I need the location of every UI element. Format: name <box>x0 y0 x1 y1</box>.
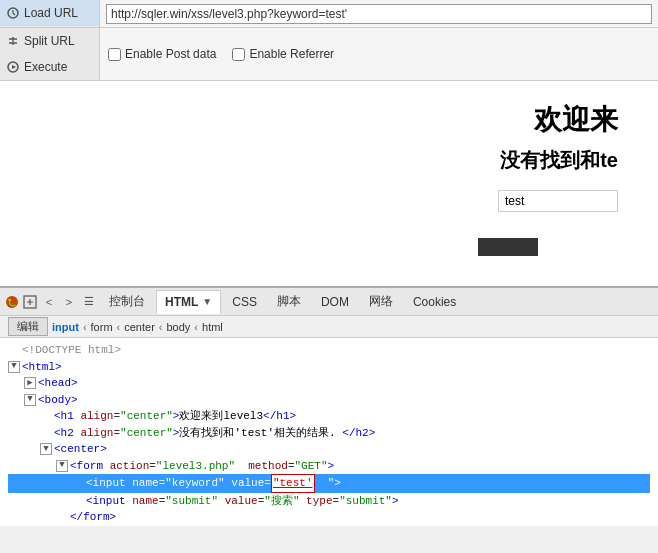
svg-text:🐛: 🐛 <box>7 297 17 307</box>
execute-icon <box>6 60 20 74</box>
source-form: ▼ <form action="level3.php" method="GET"… <box>8 458 650 475</box>
source-center-open: ▼ <center> <box>8 441 650 458</box>
enable-post-data-label[interactable]: Enable Post data <box>108 47 216 61</box>
enable-referrer-checkbox[interactable] <box>232 48 245 61</box>
url-input[interactable] <box>106 4 652 24</box>
toggle-center[interactable]: ▼ <box>40 443 52 455</box>
dark-bar <box>478 238 538 256</box>
toolbar-row1: Load URL <box>0 0 658 28</box>
devtools-forward-btn[interactable]: > <box>60 293 78 311</box>
source-h1: <h1 align="center" >欢迎来到level3</h1> <box>8 408 650 425</box>
tab-console[interactable]: 控制台 <box>100 290 154 314</box>
toggle-head[interactable]: ▶ <box>24 377 36 389</box>
toolbar2-options: Enable Post data Enable Referrer <box>100 28 342 80</box>
devtools-firebug-icon[interactable]: 🐛 <box>4 294 20 310</box>
devtools-list-btn[interactable]: ☰ <box>80 293 98 311</box>
source-form-close: </form> <box>8 509 650 526</box>
breadcrumb-html[interactable]: html <box>202 321 223 333</box>
page-subtitle: 没有找到和te <box>500 147 618 174</box>
tab-css[interactable]: CSS <box>223 290 266 314</box>
source-head: ▶ <head> <box>8 375 650 392</box>
breadcrumb-body[interactable]: body <box>166 321 190 333</box>
toggle-body[interactable]: ▼ <box>24 394 36 406</box>
source-doctype: <!DOCTYPE html> <box>8 342 650 359</box>
edit-button[interactable]: 编辑 <box>8 317 48 336</box>
svg-marker-2 <box>12 65 16 69</box>
toolbar-left-panel: Load URL <box>0 0 100 27</box>
source-body-open: ▼ <body> <box>8 392 650 409</box>
tab-script[interactable]: 脚本 <box>268 290 310 314</box>
browser-content: 欢迎来 没有找到和te <box>0 81 658 286</box>
source-html-open: ▼ <html> <box>8 359 650 376</box>
breadcrumb-form[interactable]: form <box>91 321 113 333</box>
tab-html[interactable]: HTML ▼ <box>156 290 221 314</box>
search-input[interactable] <box>498 190 618 212</box>
toolbar2-left-panel: Split URL Execute <box>0 28 100 80</box>
split-url-button[interactable]: Split URL <box>0 28 99 54</box>
load-url-button[interactable]: Load URL <box>0 0 99 26</box>
source-input-submit: <input name="submit" value="搜索" type="su… <box>8 493 650 510</box>
tab-dom[interactable]: DOM <box>312 290 358 314</box>
load-url-icon <box>6 6 20 20</box>
split-url-icon <box>6 34 20 48</box>
tab-cookies[interactable]: Cookies <box>404 290 465 314</box>
devtools-inspect-icon[interactable] <box>22 294 38 310</box>
source-input-keyword[interactable]: <input name="keyword" value= "test' " > <box>8 474 650 493</box>
enable-referrer-label[interactable]: Enable Referrer <box>232 47 334 61</box>
devtools-panel: 🐛 < > ☰ 控制台 HTML ▼ CSS 脚本 DOM <box>0 286 658 526</box>
page-content: 欢迎来 没有找到和te <box>0 81 658 232</box>
execute-label: Execute <box>24 60 67 74</box>
breadcrumb-center[interactable]: center <box>124 321 155 333</box>
devtools-tabbar: 🐛 < > ☰ 控制台 HTML ▼ CSS 脚本 DOM <box>0 288 658 316</box>
source-h2: <h2 align="center" >没有找到和'test'相关的结果. </… <box>8 425 650 442</box>
toggle-form[interactable]: ▼ <box>56 460 68 472</box>
split-url-label: Split URL <box>24 34 75 48</box>
url-bar <box>100 0 658 27</box>
toggle-html[interactable]: ▼ <box>8 361 20 373</box>
page-title: 欢迎来 <box>534 101 618 139</box>
toolbar-row2: Split URL Execute Enable Post data Enabl… <box>0 28 658 81</box>
breadcrumb-input[interactable]: input <box>52 321 79 333</box>
devtools-breadcrumb: 编辑 input ‹ form ‹ center ‹ body ‹ html <box>0 316 658 338</box>
execute-button[interactable]: Execute <box>0 54 99 80</box>
html-source[interactable]: <!DOCTYPE html> ▼ <html> ▶ <head> ▼ <bod… <box>0 338 658 526</box>
devtools-back-btn[interactable]: < <box>40 293 58 311</box>
load-url-label: Load URL <box>24 6 78 20</box>
enable-post-data-checkbox[interactable] <box>108 48 121 61</box>
tab-network[interactable]: 网络 <box>360 290 402 314</box>
